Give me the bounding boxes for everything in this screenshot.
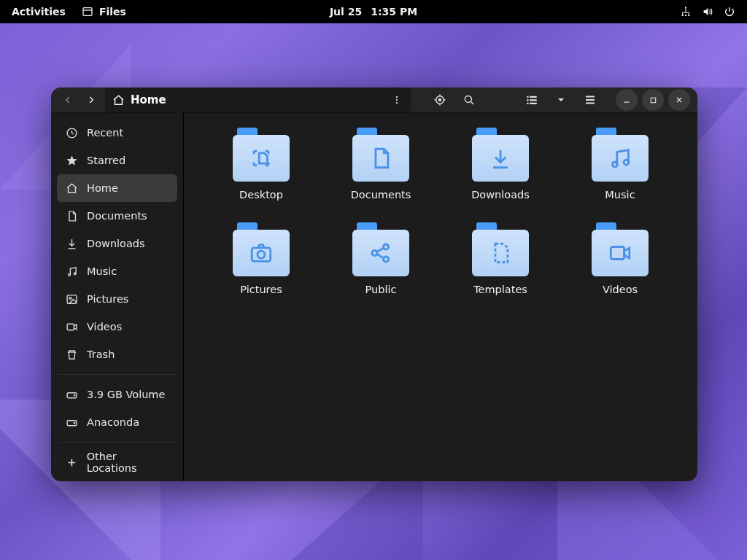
drive-icon	[66, 416, 78, 429]
path-bar[interactable]: Home	[105, 88, 411, 112]
svg-rect-13	[527, 103, 528, 104]
svg-rect-4	[688, 15, 689, 16]
path-menu-button[interactable]	[387, 90, 407, 110]
svg-rect-0	[83, 8, 92, 16]
svg-point-31	[258, 251, 265, 258]
folder-icon	[592, 128, 649, 182]
folder-icon	[352, 128, 409, 182]
clock-date: Jul 25	[330, 6, 362, 18]
gnome-topbar: Activities Files Jul 25 1:35 PM	[0, 0, 747, 23]
clock[interactable]: Jul 25 1:35 PM	[330, 6, 417, 18]
files-app-icon	[82, 6, 93, 18]
videos-icon	[66, 321, 78, 333]
files-window: Home Recent Starred Home Documents Downl…	[51, 88, 697, 481]
clock-time: 1:35 PM	[371, 6, 417, 18]
sidebar-item-pictures[interactable]: Pictures	[57, 285, 177, 313]
folder-music[interactable]: Music	[565, 128, 676, 222]
trash-icon	[66, 349, 78, 361]
locate-button[interactable]	[427, 88, 452, 112]
folder-label: Public	[365, 284, 397, 295]
svg-point-19	[69, 273, 71, 276]
clock-icon	[66, 127, 78, 139]
sidebar-item-starred[interactable]: Starred	[57, 147, 177, 174]
svg-point-29	[624, 160, 629, 165]
svg-rect-2	[682, 15, 684, 16]
star-icon	[66, 155, 78, 167]
close-button[interactable]	[668, 89, 690, 111]
svg-rect-21	[67, 295, 77, 303]
folder-label: Downloads	[471, 189, 530, 201]
svg-rect-1	[685, 7, 686, 8]
active-app-label: Files	[99, 6, 126, 18]
sidebar-item-home[interactable]: Home	[57, 174, 177, 202]
sidebar-item-documents[interactable]: Documents	[57, 202, 177, 230]
hamburger-menu-button[interactable]	[578, 88, 603, 112]
sidebar-item-other-locations[interactable]: Other Locations	[57, 448, 177, 476]
volume-icon[interactable]	[702, 6, 713, 18]
svg-rect-23	[67, 324, 74, 330]
svg-point-6	[396, 99, 398, 101]
home-icon	[66, 182, 78, 195]
svg-point-28	[613, 162, 618, 167]
minimize-button[interactable]	[616, 89, 638, 111]
pictures-icon	[66, 293, 78, 306]
power-icon[interactable]	[724, 6, 735, 18]
svg-point-25	[74, 394, 74, 395]
folder-icon	[592, 222, 649, 276]
svg-rect-30	[252, 248, 271, 261]
sidebar-item-videos[interactable]: Videos	[57, 313, 177, 341]
back-button[interactable]	[58, 88, 77, 112]
view-list-button[interactable]	[519, 88, 544, 112]
search-button[interactable]	[457, 88, 481, 112]
sidebar: Recent Starred Home Documents Downloads …	[51, 113, 184, 481]
home-icon	[112, 94, 125, 106]
sidebar-item-downloads[interactable]: Downloads	[57, 230, 177, 257]
svg-point-7	[396, 102, 398, 104]
sidebar-item-music[interactable]: Music	[57, 257, 177, 285]
folder-label: Documents	[351, 189, 411, 201]
maximize-button[interactable]	[642, 89, 664, 111]
svg-rect-16	[530, 103, 537, 104]
svg-point-27	[74, 422, 74, 423]
active-app[interactable]: Files	[82, 6, 126, 18]
sidebar-item-anaconda[interactable]: Anaconda	[57, 408, 177, 436]
folder-downloads[interactable]: Downloads	[445, 128, 556, 222]
svg-point-9	[439, 99, 441, 101]
view-options-button[interactable]	[549, 88, 573, 112]
folder-documents[interactable]: Documents	[325, 128, 436, 222]
svg-rect-3	[685, 15, 686, 16]
folder-label: Videos	[603, 284, 638, 295]
folder-desktop[interactable]: Desktop	[206, 128, 317, 222]
icon-grid: DesktopDocumentsDownloadsMusicPicturesPu…	[184, 113, 697, 481]
network-icon[interactable]	[680, 6, 692, 18]
folder-videos[interactable]: Videos	[565, 222, 676, 317]
folder-icon	[472, 128, 529, 182]
svg-rect-17	[651, 98, 655, 102]
sidebar-item-recent[interactable]: Recent	[57, 119, 177, 147]
music-icon	[66, 265, 78, 278]
svg-point-22	[69, 297, 71, 299]
svg-rect-12	[527, 99, 528, 101]
forward-button[interactable]	[82, 88, 101, 112]
svg-rect-11	[527, 96, 528, 98]
folder-public[interactable]: Public	[325, 222, 436, 317]
folder-icon	[233, 222, 290, 276]
path-label: Home	[131, 93, 166, 106]
folder-label: Desktop	[239, 189, 283, 201]
download-icon	[66, 238, 78, 250]
folder-icon	[233, 128, 290, 182]
document-icon	[66, 210, 78, 222]
svg-point-10	[465, 96, 471, 102]
folder-pictures[interactable]: Pictures	[206, 222, 317, 317]
plus-icon	[66, 456, 78, 469]
svg-rect-14	[530, 96, 537, 98]
activities-button[interactable]: Activities	[12, 6, 66, 18]
folder-label: Music	[605, 189, 635, 201]
folder-label: Pictures	[240, 284, 282, 295]
folder-templates[interactable]: Templates	[445, 222, 556, 317]
folder-icon	[352, 222, 409, 276]
svg-rect-15	[530, 99, 537, 101]
folder-label: Templates	[473, 284, 527, 295]
sidebar-item-volume[interactable]: 3.9 GB Volume	[57, 381, 177, 408]
sidebar-item-trash[interactable]: Trash	[57, 341, 177, 368]
